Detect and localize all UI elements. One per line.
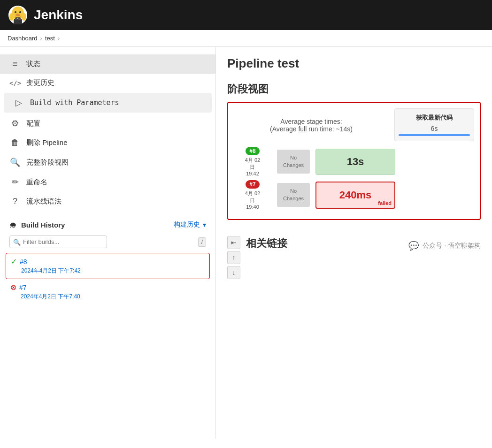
search-icon: 🔍 [13,238,21,245]
build-item-8[interactable]: ✓ #8 2024年4月2日 下午7:42 [6,253,210,279]
build-8-badge[interactable]: #8 [246,147,259,155]
sidebar-nav: ≡ 状态 </> 变更历史 ▷ Build with Parameters ⚙ … [0,54,215,211]
breadcrumb: Dashboard › test › [0,30,492,47]
stage-avg-time: 6s [399,125,470,132]
bottom-section: ⇤ ↑ ↓ 相关链接 💬 公众号 · 悟空聊架构 [227,231,481,279]
gear-icon: ⚙ [9,118,21,129]
stage-avg-label-1: Average stage times: [280,118,342,125]
svg-point-5 [15,14,20,16]
build-history-right[interactable]: 构建历史 ▾ [174,220,206,229]
build-row-8: #8 4月 02 日 19:42 NoChanges 13s [234,147,474,176]
full-underline: full [298,125,307,133]
stage-time-8: 13s [315,149,395,175]
stage-column-header: 获取最新代码 6s [394,108,474,141]
stage-section-title: 阶段视图 [227,82,481,96]
svg-rect-9 [15,18,17,20]
play-icon: ▷ [13,98,24,108]
build-8-status-icon: ✓ [11,257,17,266]
svg-point-4 [19,11,21,13]
build-history-subtitle: 构建历史 [174,220,200,229]
related-links-section: 相关链接 💬 公众号 · 悟空聊架构 [246,236,481,251]
sidebar-label-build-with-params: Build with Parameters [30,99,119,107]
sidebar-item-change-history[interactable]: </> 变更历史 [0,74,215,92]
trash-icon: 🗑 [9,138,21,148]
sidebar-item-pipeline-syntax[interactable]: ? 流水线语法 [0,192,215,211]
sidebar-item-config[interactable]: ⚙ 配置 [0,114,215,133]
related-links-title: 相关链接 [246,236,287,251]
sidebar-item-full-stage-view[interactable]: 🔍 完整阶段视图 [0,152,215,172]
sidebar-label-delete-pipeline: 删除 Pipeline [26,138,68,147]
breadcrumb-test[interactable]: test [45,35,55,42]
filter-builds-input[interactable] [9,235,107,248]
sidebar: ≡ 状态 </> 变更历史 ▷ Build with Parameters ⚙ … [0,47,216,439]
main-content: Pipeline test 阶段视图 Average stage times: … [216,47,492,439]
breadcrumb-dashboard[interactable]: Dashboard [8,35,38,42]
pencil-icon: ✏ [9,177,21,187]
svg-point-3 [15,11,16,13]
sidebar-label-rename: 重命名 [26,178,47,187]
build-7-badge[interactable]: #7 [246,180,259,189]
build-item-8-title: ✓ #8 [11,257,205,266]
sidebar-label-config: 配置 [26,119,40,128]
header: Jenkins [0,0,492,30]
sidebar-label-full-stage-view: 完整阶段视图 [26,158,69,167]
breadcrumb-sep-2: › [58,35,60,42]
stage-progress-bar [399,134,470,136]
build-8-date: 2024年4月2日 下午7:42 [11,267,205,275]
build-row-7-info: #7 4月 02 日 19:40 [234,180,271,210]
scroll-col: ⇤ ↑ ↓ [227,231,240,279]
build-7-date: 2024年4月2日 下午7:40 [10,293,205,301]
sidebar-item-rename[interactable]: ✏ 重命名 [0,172,215,192]
build-8-link[interactable]: #8 [20,258,27,266]
filter-slash[interactable]: / [198,237,206,247]
wechat-icon: 💬 [408,241,419,251]
sidebar-item-build-with-params[interactable]: ▷ Build with Parameters [4,93,212,113]
build-item-7[interactable]: ⊗ #7 2024年4月2日 下午7:40 [6,279,210,304]
build-7-status-icon: ⊗ [10,283,16,292]
svg-rect-10 [18,18,21,20]
filter-wrap: 🔍 / [0,233,215,251]
scroll-up-btn[interactable]: ↑ [227,251,240,264]
scroll-down-btn[interactable]: ↓ [227,266,240,279]
build-list: ✓ #8 2024年4月2日 下午7:42 ⊗ #7 2024年4月2日 下午7… [0,251,215,306]
svg-point-7 [22,13,26,21]
breadcrumb-sep-1: › [40,35,42,42]
build-7-link[interactable]: #7 [19,284,27,291]
svg-point-6 [9,13,14,21]
main-layout: ≡ 状态 </> 变更历史 ▷ Build with Parameters ⚙ … [0,47,492,439]
build-row-7: #7 4月 02 日 19:40 NoChanges 240ms failed [234,180,474,210]
watermark-text: 公众号 · 悟空聊架构 [423,242,481,250]
code-icon: </> [9,79,21,87]
stage-section: 阶段视图 Average stage times: (Average full … [227,82,481,220]
build-8-date-link[interactable]: 2024年4月2日 下午7:42 [21,267,81,274]
build-7-date-link[interactable]: 2024年4月2日 下午7:40 [21,293,80,300]
build-item-7-title: ⊗ #7 [10,283,205,292]
build-history-header: 🌧 Build History 构建历史 ▾ [0,215,215,233]
build-history-left: 🌧 Build History [9,221,65,229]
build-7-row-date: 4月 02 日 19:40 [245,190,260,210]
no-changes-7: NoChanges [277,183,310,207]
stage-avg-label-2: (Average full run time: ~14s) [270,125,353,133]
sidebar-item-status[interactable]: ≡ 状态 [0,54,215,74]
jenkins-logo [8,5,28,25]
build-history-title: Build History [21,221,65,229]
scroll-to-top-btn[interactable]: ⇤ [227,236,240,249]
stage-column-title: 获取最新代码 [399,114,470,122]
sidebar-item-delete-pipeline[interactable]: 🗑 删除 Pipeline [0,133,215,152]
stage-header: Average stage times: (Average full run t… [234,108,474,142]
build-8-row-date: 4月 02 日 19:42 [245,157,260,176]
stage-time-7: 240ms failed [315,182,395,209]
stage-avg-info: Average stage times: (Average full run t… [234,108,389,142]
magnify-icon: 🔍 [9,157,21,167]
rain-icon: 🌧 [9,221,16,229]
filter-input-wrap: 🔍 [9,235,195,248]
page-title: Pipeline test [227,56,481,71]
sidebar-label-change-history: 变更历史 [26,78,54,87]
dropdown-icon: ▾ [203,221,206,228]
list-icon: ≡ [9,59,21,69]
failed-label: failed [378,200,392,206]
question-icon: ? [9,197,21,206]
watermark: 💬 公众号 · 悟空聊架构 [408,241,481,251]
sidebar-label-status: 状态 [26,60,40,68]
sidebar-label-pipeline-syntax: 流水线语法 [26,197,62,206]
